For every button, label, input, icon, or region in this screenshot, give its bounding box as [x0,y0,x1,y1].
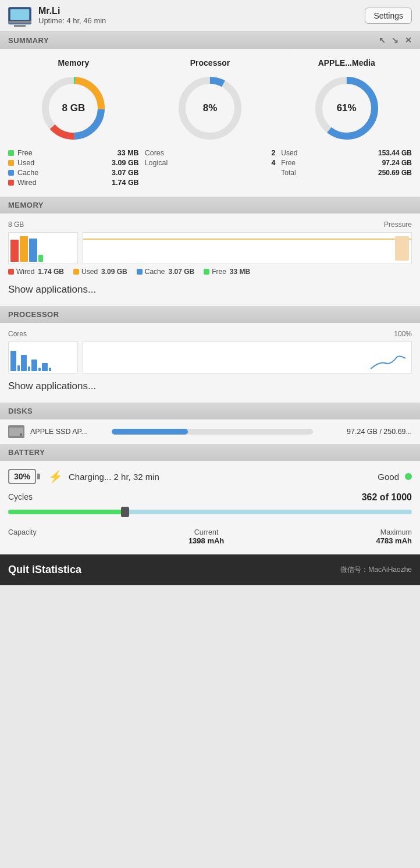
used-value: 3.09 GB [112,159,139,167]
battery-slider-thumb[interactable] [121,507,129,517]
svg-point-14 [20,433,22,436]
proc-bar-4 [28,367,30,371]
app-header: Mr.Li Uptime: 4 hr, 46 min Settings [0,0,420,31]
free-label: Free [17,149,118,157]
collapse-right-icon[interactable]: ↘ [391,35,399,45]
used-dot [8,160,14,166]
disk-stats: Used 153.44 GB Free 97.24 GB Total 250.6… [281,149,412,177]
used-label: Used [17,159,112,167]
header-text: Mr.Li Uptime: 4 hr, 46 min [38,6,365,25]
disks-section-title: DISKS [8,407,33,415]
quit-button[interactable]: Quit iStatistica [8,564,81,576]
free-bar [38,255,43,262]
memory-legend: Wired 1.74 GB Used 3.09 GB Cache 3.07 GB… [8,268,412,276]
processor-donut-label: 8% [203,102,218,114]
memory-donut-label: 8 GB [62,102,85,114]
battery-status-row: 30% ⚡ Charging... 2 hr, 32 min Good [8,469,412,484]
summary-controls: ↖ ↘ ✕ [379,35,412,45]
cycles-row: Cycles 362 of 1000 [8,492,412,503]
disks-header: DISKS [0,403,420,419]
processor-section-title: PROCESSOR [8,310,59,319]
lightning-icon: ⚡ [48,469,63,483]
battery-good-label: Good [378,472,399,482]
wired-dot [8,180,14,186]
laptop-icon [8,7,31,24]
wired-label: Wired [17,179,112,187]
battery-charging-text: Charging... 2 hr, 32 min [69,472,372,482]
current-val: 1398 mAh [188,536,224,545]
pressure-bar-right [395,236,409,261]
proc-bar-3 [21,355,27,371]
memory-detail-section: 8 GB Pressure Wired 1.74 GB Used 3.09 GB [0,214,420,306]
disk-progress-fill [112,429,188,435]
current-col: Current 1398 mAh [188,528,224,545]
summary-section: Memory 8 GB F [0,49,420,197]
logical-value: 4 [271,159,275,167]
used-bar [20,236,28,262]
proc-bar-8 [49,368,51,371]
maximum-val: 4783 mAh [376,536,412,545]
cores-label: Cores [145,149,164,157]
disks-section: APPLE SSD AP... 97.24 GB / 250.69... [0,419,420,444]
disk-icon [8,425,24,438]
uptime: Uptime: 4 hr, 46 min [38,16,365,25]
disk-progress-bar [112,429,313,435]
battery-section: 30% ⚡ Charging... 2 hr, 32 min Good Cycl… [0,461,420,554]
disk-item: APPLE SSD AP... 97.24 GB / 250.69... [8,425,412,438]
capacity-col: Capacity [8,528,37,545]
pressure-line [83,239,411,240]
disk-title: APPLE...Media [281,58,412,67]
battery-slider[interactable] [8,506,412,518]
memory-show-apps-link[interactable]: Show applications... [8,280,412,301]
used-legend-label: Used [81,268,98,276]
proc-bar-5 [31,360,37,371]
capacity-row: Capacity Current 1398 mAh Maximum 4783 m… [8,528,412,545]
collapse-left-icon[interactable]: ↖ [379,35,386,45]
battery-pct-badge: 30% [8,469,36,484]
summary-disk-col: APPLE...Media 61% Used 153.44 GB Free 97… [281,58,412,188]
cores-axis-label: Cores [8,330,27,338]
battery-green-fill [8,510,125,514]
watermark: 微信号：MacAiHaozhe [340,565,412,575]
free-legend-val: 33 MB [230,268,250,276]
cycles-label: Cycles [8,492,33,503]
legend-wired: Wired 1.74 GB [8,268,64,276]
summary-processor-col: Processor 8% Cores 2 Logical 4 [145,58,276,188]
cache-dot [8,170,14,176]
processor-title: Processor [145,58,276,67]
close-icon[interactable]: ✕ [405,35,412,45]
battery-section-title: BATTERY [8,448,45,457]
battery-blue-fill [125,510,412,514]
disk-total-val: 250.69 GB [378,169,412,177]
disk-donut: 61% [312,73,382,143]
svg-rect-2 [8,21,31,23]
proc-bar-2 [17,365,20,371]
memory-axis-labels: 8 GB Pressure [8,220,412,229]
svg-rect-1 [10,9,29,20]
logical-label: Logical [145,159,168,167]
wired-bar [10,240,19,262]
battery-good-dot [405,473,412,480]
legend-cache: Cache 3.07 GB [137,268,194,276]
cycles-value: 362 of 1000 [362,492,412,503]
settings-button[interactable]: Settings [365,8,412,24]
proc-bar-7 [42,363,48,371]
disk-donut-label: 61% [337,102,357,114]
battery-icon-wrap: 30% [8,469,40,484]
cache-value: 3.07 GB [112,169,139,177]
cache-legend-dot [137,269,143,275]
used-legend-val: 3.09 GB [101,268,127,276]
proc-bar-6 [38,368,41,371]
disk-used-val: 153.44 GB [378,149,412,157]
disk-total-label: Total [281,169,296,177]
summary-title: SUMMARY [8,36,49,45]
summary-memory-col: Memory 8 GB F [8,58,139,188]
proc-show-apps-link[interactable]: Show applications... [8,377,412,398]
processor-donut: 8% [175,73,245,143]
disk-free-val: 97.24 GB [382,159,412,167]
maximum-label: Maximum [380,528,412,536]
memory-stats: Free 33 MB Used 3.09 GB Cache 3.07 GB Wi… [8,149,139,187]
legend-used: Used 3.09 GB [73,268,127,276]
memory-section-title: MEMORY [8,201,44,209]
username: Mr.Li [38,6,365,16]
